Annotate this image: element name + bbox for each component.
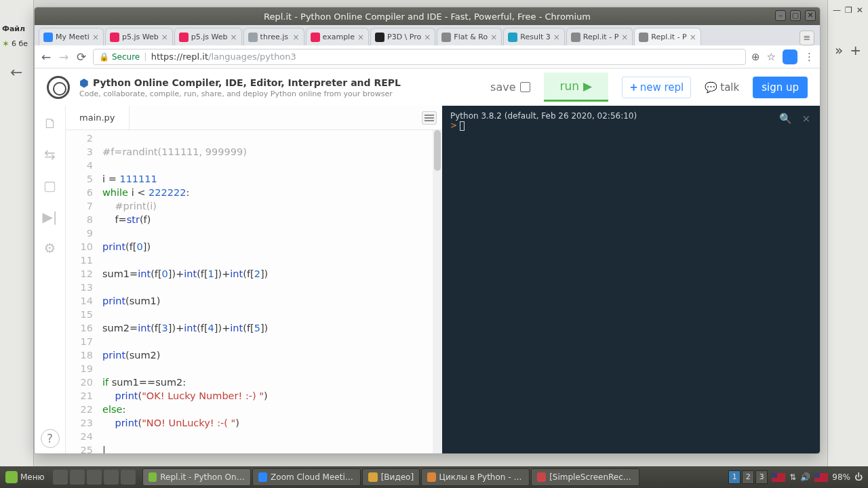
network-icon[interactable]: ⇅ — [789, 472, 796, 482]
browser-tab[interactable]: example× — [306, 28, 369, 45]
console-clear-icon[interactable]: ⨯ — [802, 113, 810, 125]
tab-close-icon[interactable]: × — [490, 33, 497, 42]
nav-back-icon[interactable]: ← — [40, 50, 52, 64]
signup-button[interactable]: sign up — [753, 77, 808, 98]
code-line[interactable] — [102, 362, 442, 375]
code-line[interactable] — [102, 281, 442, 294]
code-line[interactable]: i = 111111 — [102, 172, 442, 186]
code-line[interactable]: print("NO! UnLucky! :-( ") — [102, 416, 442, 430]
browser-tab[interactable]: Repl.it - P× — [634, 28, 701, 45]
editor-scrollbar[interactable] — [433, 130, 442, 453]
tab-close-icon[interactable]: × — [357, 33, 364, 42]
launcher-icon[interactable] — [53, 470, 68, 485]
code-line[interactable] — [102, 253, 442, 267]
bookmark-star-icon[interactable]: ☆ — [767, 51, 776, 63]
launcher-icon[interactable] — [87, 470, 102, 485]
volume-icon[interactable]: 🔊 — [800, 472, 810, 482]
bg-back-arrow-icon[interactable]: ← — [10, 64, 22, 81]
packages-icon[interactable]: ▢ — [43, 178, 56, 194]
file-tab-main[interactable]: main.py — [66, 106, 130, 129]
bg-tab-item[interactable]: ✶6 бе — [0, 36, 33, 52]
console-search-icon[interactable]: 🔍 — [779, 113, 792, 125]
window-titlebar[interactable]: Repl.it - Python Online Compiler and IDE… — [35, 7, 820, 25]
code-line[interactable]: f=str(f) — [102, 213, 442, 226]
taskbar-task[interactable]: Repl.it - Python Onlin… — [142, 468, 251, 486]
settings-gear-icon[interactable]: ⚙ — [44, 240, 56, 256]
tab-close-icon[interactable]: × — [161, 33, 168, 42]
window-close-button[interactable]: ✕ — [805, 10, 816, 21]
browser-tab[interactable]: My Meeti× — [39, 28, 104, 45]
code-line[interactable]: print(sum2) — [102, 348, 442, 362]
replit-logo-icon[interactable] — [47, 76, 70, 99]
files-icon[interactable]: 🗋 — [43, 115, 57, 131]
launcher-icon[interactable] — [104, 470, 119, 485]
tab-overflow-icon[interactable]: ≡ — [800, 30, 814, 45]
code-line[interactable]: while i < 222222: — [102, 186, 442, 199]
browser-tab[interactable]: three.js× — [243, 28, 304, 45]
code-line[interactable]: sum1=int(f[0])+int(f[1])+int(f[2]) — [102, 267, 442, 281]
address-bar[interactable]: 🔒 Secure | https://repl.it/languages/pyt… — [93, 49, 746, 65]
browser-tab[interactable]: P3D \ Pro× — [370, 28, 435, 45]
talk-link[interactable]: 💬talk — [705, 81, 739, 94]
start-menu-button[interactable]: Меню — [0, 471, 50, 483]
tab-close-icon[interactable]: × — [293, 33, 300, 42]
code-line[interactable]: #print(i) — [102, 199, 442, 213]
taskbar-task[interactable]: Zoom Cloud Meetin… — [252, 468, 361, 486]
browser-tab[interactable]: Repl.it - P× — [566, 28, 633, 45]
launcher-icon[interactable] — [121, 470, 136, 485]
help-button[interactable]: ? — [41, 429, 60, 448]
workspace-switcher[interactable]: 123 — [728, 470, 768, 484]
code-line[interactable]: else: — [102, 403, 442, 416]
browser-tab[interactable]: p5.js Web× — [174, 28, 242, 45]
code-line[interactable] — [102, 335, 442, 348]
editor-menu-icon[interactable] — [422, 111, 437, 125]
save-button[interactable]: save — [490, 81, 530, 94]
workspace-button[interactable]: 1 — [728, 470, 741, 484]
bg-min-icon[interactable]: — — [833, 5, 841, 15]
code-line[interactable] — [102, 226, 442, 240]
browser-tab[interactable]: Result 3× — [503, 28, 565, 45]
taskbar-task[interactable]: [SimpleScreenRecor… — [531, 468, 639, 486]
keyboard-layout-icon[interactable] — [772, 473, 785, 482]
code-editor[interactable]: 2345678910111213141516171819202122232425… — [66, 130, 442, 453]
taskbar-task[interactable]: [Видео] — [362, 468, 420, 486]
code-line[interactable] — [102, 159, 442, 172]
code-line[interactable]: print(f[0]) — [102, 240, 442, 253]
tab-close-icon[interactable]: × — [690, 33, 696, 42]
bg-chevron-icon[interactable]: » — [835, 42, 843, 58]
share-icon[interactable]: ⇆ — [44, 146, 56, 163]
taskbar-task[interactable]: Циклы в Python - Mo… — [421, 468, 530, 486]
tab-close-icon[interactable]: × — [621, 33, 628, 42]
window-min-button[interactable]: – — [775, 10, 786, 21]
bg-menu-file[interactable]: Файл — [0, 22, 33, 36]
extension-icon[interactable] — [783, 49, 797, 64]
browser-tab[interactable]: p5.js Web× — [105, 28, 173, 45]
code-line[interactable]: print("OK! Lucky Number! :-) ") — [102, 389, 442, 403]
code-line[interactable]: if sum1==sum2: — [102, 375, 442, 389]
code-line[interactable] — [102, 430, 442, 443]
bg-plus-icon[interactable]: + — [850, 42, 861, 58]
battery-level[interactable]: 98% — [832, 472, 850, 482]
browser-tab[interactable]: Flat & Ro× — [437, 28, 502, 45]
code-line[interactable] — [102, 308, 442, 321]
code-line[interactable]: sum2=int(f[3])+int(f[4])+int(f[5]) — [102, 321, 442, 335]
run-button[interactable]: run▶ — [544, 73, 609, 102]
nav-reload-icon[interactable]: ⟳ — [75, 50, 87, 64]
code-line[interactable]: print(sum1) — [102, 294, 442, 308]
new-repl-button[interactable]: + new repl — [622, 77, 691, 98]
workspace-button[interactable]: 2 — [742, 470, 754, 484]
bg-max-icon[interactable]: ❐ — [845, 5, 852, 15]
tab-close-icon[interactable]: × — [92, 33, 99, 42]
debugger-icon[interactable]: ▶| — [42, 209, 57, 225]
keyboard-layout-icon[interactable] — [814, 473, 828, 482]
code-line[interactable]: | — [102, 443, 442, 453]
kebab-menu-icon[interactable]: ⋮ — [804, 51, 814, 63]
tab-close-icon[interactable]: × — [231, 33, 237, 42]
console-pane[interactable]: 🔍 ⨯ Python 3.8.2 (default, Feb 26 2020, … — [442, 106, 820, 453]
tab-close-icon[interactable]: × — [424, 33, 431, 42]
window-max-button[interactable]: ▢ — [790, 10, 801, 21]
launcher-icon[interactable] — [70, 470, 85, 485]
workspace-button[interactable]: 3 — [755, 470, 768, 484]
bg-close-icon[interactable]: ✕ — [856, 5, 863, 15]
zoom-icon[interactable]: ⊕ — [751, 51, 760, 63]
